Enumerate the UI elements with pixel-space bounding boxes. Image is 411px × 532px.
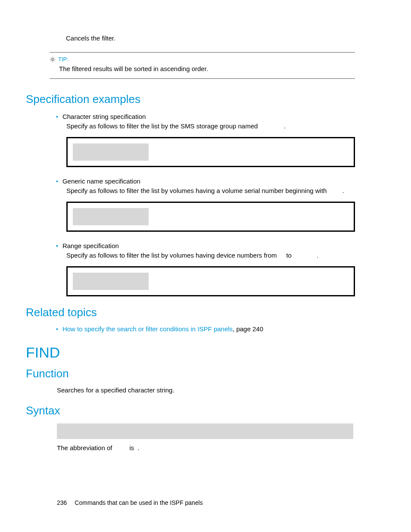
tip-body-text: The filtered results will be sorted in a… [59, 65, 355, 72]
find-heading: FIND [26, 344, 355, 361]
code-placeholder [73, 143, 149, 161]
abbrev-pre: The abbreviation of [57, 444, 112, 451]
svg-line-8 [54, 57, 54, 58]
spec-desc-dot: . [342, 186, 344, 196]
spec-item-desc: Specify as follows to filter the list by… [66, 251, 355, 261]
spec-example-item: • Character string specification Specify… [56, 112, 355, 167]
spec-example-item: • Range specification Specify as follows… [56, 241, 355, 296]
spec-desc-text: Specify as follows to filter the list by… [66, 187, 327, 194]
svg-line-5 [51, 57, 51, 58]
spec-item-title: Range specification [62, 241, 119, 250]
code-example-box [66, 202, 355, 232]
spec-item-title: Character string specification [62, 112, 146, 121]
svg-line-6 [54, 61, 54, 61]
abbrev-post: . [137, 444, 139, 451]
bullet-icon: • [56, 325, 58, 334]
abbrev-mid: is [129, 444, 134, 451]
related-topic-link[interactable]: How to specify the search or filter cond… [62, 325, 233, 333]
spec-item-desc: Specify as follows to filter the list by… [66, 121, 355, 131]
spec-desc-to: to [279, 251, 299, 261]
lightbulb-icon [50, 56, 56, 62]
spec-desc-text: Specify as follows to filter the list by… [66, 122, 258, 130]
cancel-filter-text: Cancels the filter. [66, 34, 355, 42]
function-heading: Function [26, 367, 355, 380]
abbreviation-text: The abbreviation ofis. [57, 444, 355, 451]
spec-item-desc: Specify as follows to filter the list by… [66, 186, 355, 196]
svg-line-7 [51, 61, 51, 61]
code-example-box [66, 137, 355, 167]
bullet-icon: • [56, 242, 58, 251]
tip-label: TIP: [58, 56, 68, 62]
related-topics-heading: Related topics [26, 306, 355, 319]
spec-example-item: • Generic name specification Specify as … [56, 177, 355, 232]
footer-text: Commands that can be used in the ISPF pa… [75, 499, 202, 506]
related-topic-page: , page 240 [233, 325, 263, 333]
code-placeholder [73, 208, 149, 225]
related-topic-item: • How to specify the search or filter co… [56, 325, 355, 334]
code-placeholder [73, 273, 149, 290]
bullet-icon: • [56, 177, 58, 186]
spec-desc-dot: . [283, 121, 285, 131]
tip-block: TIP: The filtered results will be sorted… [50, 52, 355, 79]
spec-item-title: Generic name specification [62, 177, 140, 186]
function-body-text: Searches for a specified character strin… [57, 386, 355, 394]
code-example-box [66, 266, 355, 296]
bullet-icon: • [56, 113, 58, 121]
spec-desc-text: Specify as follows to filter the list by… [66, 252, 277, 259]
spec-desc-dot: . [317, 251, 318, 261]
syntax-heading: Syntax [26, 404, 355, 417]
page-footer: 236Commands that can be used in the ISPF… [57, 499, 203, 506]
syntax-placeholder [57, 423, 353, 439]
specification-examples-heading: Specification examples [26, 93, 355, 106]
page-number: 236 [57, 499, 67, 506]
